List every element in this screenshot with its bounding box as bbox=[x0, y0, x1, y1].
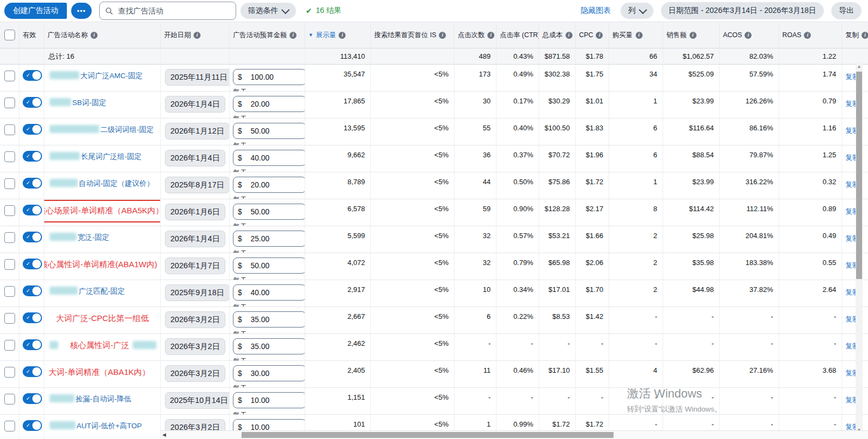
column-header-copy[interactable]: 复制i bbox=[842, 22, 868, 48]
campaign-name-link[interactable]: 核心属性词-广泛 bbox=[70, 340, 129, 350]
column-header-name[interactable]: 广告活动名称i bbox=[44, 22, 161, 48]
row-checkbox[interactable] bbox=[4, 151, 15, 162]
info-icon[interactable]: i bbox=[290, 32, 297, 39]
search-input[interactable] bbox=[117, 6, 211, 16]
column-header-purchases[interactable]: 购买量i bbox=[609, 22, 663, 48]
row-checkbox[interactable] bbox=[4, 340, 15, 351]
row-checkbox[interactable] bbox=[4, 124, 15, 135]
info-icon[interactable]: i bbox=[487, 32, 494, 39]
budget-input[interactable] bbox=[250, 234, 290, 243]
campaign-name-link[interactable]: 宽泛-固定 bbox=[78, 233, 109, 241]
select-all-checkbox[interactable] bbox=[4, 30, 15, 40]
info-icon[interactable]: i bbox=[566, 32, 573, 39]
horizontal-scrollbar[interactable]: ◀ bbox=[161, 430, 868, 439]
start-date-button[interactable]: 2026年1月4日 bbox=[165, 96, 225, 113]
enabled-toggle[interactable]: ✓ bbox=[23, 339, 42, 350]
row-checkbox[interactable] bbox=[4, 205, 15, 216]
start-date-button[interactable]: 2026年3月2日 bbox=[165, 365, 225, 382]
info-icon[interactable]: i bbox=[439, 32, 446, 39]
budget-input[interactable] bbox=[250, 180, 290, 190]
campaign-name-link[interactable]: 自动词-固定（建议价） bbox=[79, 179, 154, 187]
budget-field[interactable]: $ bbox=[233, 338, 305, 354]
column-header-toggle[interactable]: 有效 bbox=[19, 22, 44, 48]
info-icon[interactable]: i bbox=[862, 32, 868, 39]
enabled-toggle[interactable]: ✓ bbox=[23, 232, 42, 242]
scroll-left-icon[interactable]: ◀ bbox=[162, 432, 166, 437]
budget-field[interactable]: $ bbox=[233, 69, 305, 85]
campaign-name-link[interactable]: 广泛匹配-固定 bbox=[79, 287, 125, 295]
campaign-name-link[interactable]: 捡漏-自动词-降低 bbox=[75, 395, 132, 403]
info-icon[interactable]: i bbox=[636, 32, 643, 39]
info-icon[interactable]: i bbox=[690, 32, 697, 39]
columns-button[interactable]: 列 bbox=[621, 3, 653, 19]
start-date-button[interactable]: 2026年1月4日 bbox=[165, 150, 225, 166]
column-header-check[interactable] bbox=[0, 22, 19, 48]
enabled-toggle[interactable]: ✓ bbox=[23, 205, 42, 215]
info-icon[interactable]: i bbox=[745, 32, 752, 39]
row-checkbox[interactable] bbox=[4, 367, 15, 378]
budget-input[interactable] bbox=[250, 288, 290, 297]
budget-field[interactable]: $ bbox=[233, 284, 305, 301]
more-actions-button[interactable]: ••• bbox=[71, 3, 92, 19]
budget-input[interactable] bbox=[250, 368, 290, 378]
row-checkbox[interactable] bbox=[4, 394, 15, 405]
budget-input[interactable] bbox=[250, 99, 290, 109]
start-date-button[interactable]: 2025年10月14日 bbox=[165, 392, 230, 409]
enabled-toggle[interactable]: ✓ bbox=[23, 70, 42, 81]
budget-field[interactable]: $ bbox=[233, 96, 305, 112]
info-icon[interactable]: i bbox=[804, 32, 811, 39]
info-icon[interactable]: i bbox=[596, 32, 603, 39]
enabled-toggle[interactable]: ✓ bbox=[23, 393, 42, 404]
enabled-toggle[interactable]: ✓ bbox=[23, 285, 42, 296]
filter-button[interactable]: 筛选条件 bbox=[240, 3, 296, 19]
info-icon[interactable]: i bbox=[339, 32, 346, 39]
start-date-button[interactable]: 2026年1月4日 bbox=[165, 231, 225, 247]
row-checkbox[interactable] bbox=[4, 286, 15, 297]
budget-field[interactable]: $ bbox=[233, 204, 305, 220]
budget-field[interactable]: $ bbox=[233, 257, 305, 274]
column-header-sales[interactable]: 销售额i bbox=[663, 22, 720, 48]
export-button[interactable]: 导出 bbox=[831, 2, 862, 19]
budget-field[interactable]: $ bbox=[233, 231, 305, 247]
budget-input[interactable] bbox=[250, 395, 290, 405]
start-date-button[interactable]: 2025年8月17日 bbox=[165, 177, 230, 193]
start-date-button[interactable]: 2025年9月18日 bbox=[165, 284, 230, 301]
date-range-button[interactable]: 日期范围 - 2026年3月14日 - 2026年3月18日 bbox=[661, 2, 824, 19]
campaign-name-link[interactable]: 长尾词广泛组-固定 bbox=[81, 152, 142, 161]
info-icon[interactable]: i bbox=[91, 32, 98, 39]
column-header-clicks[interactable]: 点击次数i bbox=[454, 22, 497, 48]
row-checkbox[interactable] bbox=[4, 97, 15, 108]
column-header-date[interactable]: 开始日期i bbox=[161, 22, 230, 48]
budget-field[interactable]: $ bbox=[233, 123, 305, 139]
row-checkbox[interactable] bbox=[4, 259, 15, 270]
row-checkbox[interactable] bbox=[4, 313, 15, 324]
start-date-button[interactable]: 2026年3月2日 bbox=[165, 311, 225, 328]
row-checkbox[interactable] bbox=[4, 178, 15, 189]
enabled-toggle[interactable]: ✓ bbox=[23, 124, 42, 135]
enabled-toggle[interactable]: ✓ bbox=[23, 259, 42, 269]
campaign-name-link[interactable]: SB词-固定 bbox=[72, 99, 106, 107]
budget-input[interactable] bbox=[250, 261, 290, 270]
start-date-button[interactable]: 2026年1月7日 bbox=[165, 257, 225, 274]
campaign-name-link[interactable]: 大词广泛-CPC比第一组低 bbox=[56, 313, 149, 323]
budget-field[interactable]: $ bbox=[233, 311, 305, 327]
column-header-is[interactable]: 搜索结果首页首位 ISi bbox=[371, 22, 454, 48]
column-header-cost[interactable]: 总成本i bbox=[539, 22, 576, 48]
enabled-toggle[interactable]: ✓ bbox=[23, 151, 42, 162]
enabled-toggle[interactable]: ✓ bbox=[23, 312, 42, 323]
horizontal-scroll-thumb[interactable] bbox=[242, 432, 614, 438]
budget-input[interactable] bbox=[250, 342, 290, 351]
row-checkbox[interactable] bbox=[4, 71, 15, 81]
campaign-name-link[interactable]: AUT词-低价+高TOP bbox=[77, 422, 142, 430]
campaign-name-link[interactable]: 大词广泛AMC-固定 bbox=[80, 72, 143, 80]
create-campaign-button[interactable]: 创建广告活动 bbox=[4, 3, 67, 19]
enabled-toggle[interactable]: ✓ bbox=[23, 97, 42, 108]
campaign-name-link[interactable]: 二级词词组-固定 bbox=[100, 126, 154, 134]
enabled-toggle[interactable]: ✓ bbox=[23, 420, 42, 431]
budget-field[interactable]: $ bbox=[233, 177, 305, 193]
campaign-search[interactable] bbox=[99, 2, 236, 20]
column-header-cpc[interactable]: CPCi bbox=[576, 22, 609, 48]
campaign-name-link[interactable]: 核心场景词-单词精准（ABA5K内） bbox=[44, 206, 161, 215]
budget-input[interactable] bbox=[250, 72, 290, 82]
info-icon[interactable]: i bbox=[194, 32, 201, 39]
